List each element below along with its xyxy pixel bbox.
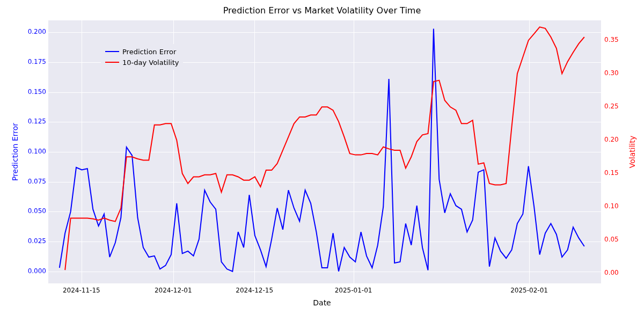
y1-tick-label: 0.200 (28, 28, 46, 35)
y1-tick-label: 0.150 (28, 88, 46, 96)
y1-tick-label: 0.100 (28, 148, 46, 155)
legend-swatch-prediction-error (105, 51, 119, 52)
legend-item-prediction-error: Prediction Error (105, 46, 179, 57)
x-tick-label: 2025-02-01 (510, 287, 548, 294)
chart-title: Prediction Error vs Market Volatility Ov… (0, 5, 644, 16)
y2-tick-label: 0.05 (604, 236, 619, 243)
x-axis-label: Date (313, 298, 331, 307)
y1-tick-label: 0.075 (28, 178, 46, 185)
y2-tick-label: 0.15 (604, 169, 619, 177)
y2-tick-label: 0.20 (604, 136, 619, 143)
legend-label: Prediction Error (122, 48, 176, 56)
legend-swatch-volatility (105, 62, 119, 63)
y1-tick-label: 0.125 (28, 118, 46, 125)
y2-axis-label: Volatility (628, 136, 636, 168)
y2-tick-label: 0.10 (604, 202, 619, 210)
legend: Prediction Error 10-day Volatility (101, 44, 183, 70)
x-tick-label: 2024-12-15 (236, 287, 273, 294)
y2-tick-label: 0.35 (604, 36, 619, 43)
x-tick-label: 2025-01-01 (335, 287, 372, 294)
x-tick-label: 2024-12-01 (155, 287, 192, 294)
legend-item-volatility: 10-day Volatility (105, 57, 179, 68)
plot-area: Prediction Error 10-day Volatility (48, 20, 601, 283)
legend-label: 10-day Volatility (122, 58, 179, 67)
y1-tick-label: 0.175 (28, 58, 46, 65)
x-tick-label: 2024-11-15 (63, 287, 100, 294)
y1-axis-label: Prediction Error (11, 123, 19, 181)
y2-tick-label: 0.30 (604, 69, 619, 77)
y2-tick-label: 0.00 (604, 269, 619, 276)
y2-tick-label: 0.25 (604, 103, 619, 110)
y1-tick-label: 0.000 (28, 267, 46, 275)
y1-tick-label: 0.025 (28, 237, 46, 245)
y1-tick-label: 0.050 (28, 207, 46, 215)
figure: Prediction Error vs Market Volatility Ov… (0, 0, 644, 322)
